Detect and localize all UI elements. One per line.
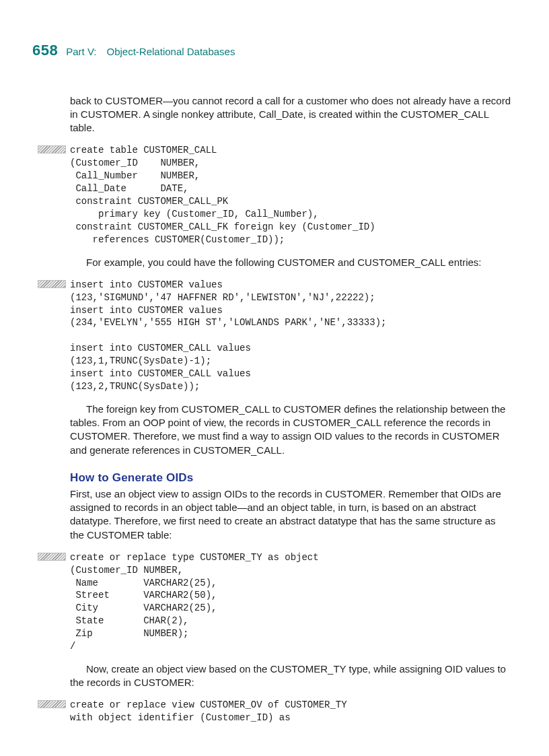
section-heading: How to Generate OIDs bbox=[70, 471, 511, 486]
code-block-4: create or replace view CUSTOMER_OV of CU… bbox=[70, 699, 511, 724]
paragraph-text: Now, create an object view based on the … bbox=[70, 662, 511, 690]
page-number: 658 bbox=[32, 40, 58, 61]
page-container: 658 Part V: Object-Relational Databases … bbox=[0, 0, 549, 756]
code-block-3-region: create or replace type CUSTOMER_TY as ob… bbox=[38, 551, 511, 653]
intro-paragraph: back to CUSTOMER—you cannot record a cal… bbox=[70, 94, 511, 135]
code-marker-icon bbox=[38, 280, 66, 288]
paragraph-text: The foreign key from CUSTOMER_CALL to CU… bbox=[70, 403, 511, 457]
code-block-1: create table CUSTOMER_CALL (Customer_ID … bbox=[70, 144, 511, 246]
oid-paragraph-1: First, use an object view to assign OIDs… bbox=[70, 487, 511, 542]
fk-paragraph: The foreign key from CUSTOMER_CALL to CU… bbox=[70, 403, 511, 457]
oid-paragraph-2: Now, create an object view based on the … bbox=[70, 662, 511, 690]
example-intro: For example, you could have the followin… bbox=[70, 256, 511, 269]
code-block-3: create or replace type CUSTOMER_TY as ob… bbox=[70, 551, 511, 653]
code-marker-icon bbox=[38, 145, 66, 153]
running-title: Part V: Object-Relational Databases bbox=[66, 45, 235, 59]
code-block-1-region: create table CUSTOMER_CALL (Customer_ID … bbox=[38, 144, 511, 246]
code-block-4-region: create or replace view CUSTOMER_OV of CU… bbox=[38, 699, 511, 724]
code-block-2-region: insert into CUSTOMER values (123,'SIGMUN… bbox=[38, 279, 511, 393]
paragraph-text: For example, you could have the followin… bbox=[70, 256, 511, 269]
code-marker-icon bbox=[38, 553, 66, 561]
paragraph-text: First, use an object view to assign OIDs… bbox=[70, 487, 511, 542]
code-marker-icon bbox=[38, 700, 66, 708]
code-block-2: insert into CUSTOMER values (123,'SIGMUN… bbox=[70, 279, 511, 393]
running-head: 658 Part V: Object-Relational Databases bbox=[32, 40, 511, 61]
paragraph-text: back to CUSTOMER—you cannot record a cal… bbox=[70, 94, 511, 135]
